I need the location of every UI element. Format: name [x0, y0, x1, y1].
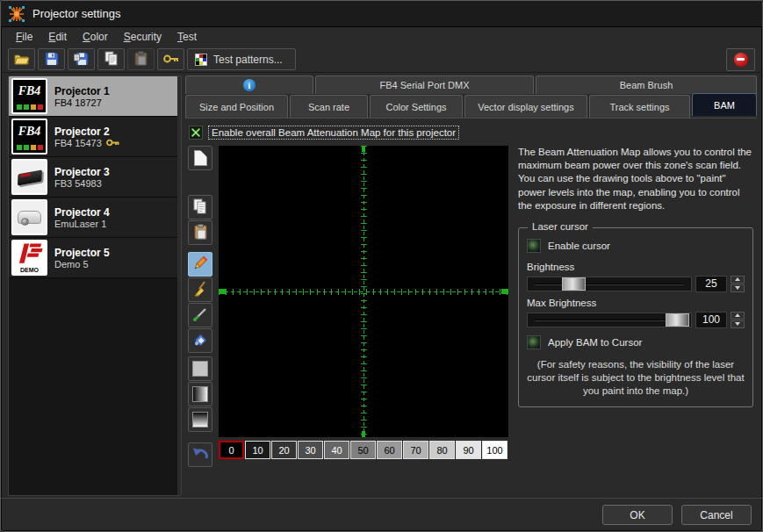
copy-toolbar-button[interactable] [97, 48, 125, 70]
save-button[interactable] [38, 48, 65, 70]
tab-vector-display-settings[interactable]: Vector display settings [464, 95, 587, 118]
solid-square-icon [192, 361, 208, 377]
menu-edit[interactable]: Edit [40, 29, 75, 45]
open-button[interactable] [8, 48, 35, 70]
max-brightness-slider[interactable] [527, 313, 692, 327]
password-button[interactable] [157, 48, 184, 70]
drawing-toolbar [187, 146, 213, 468]
main-area: FB4 Projector 1 FB4 18727 FB4 [1, 73, 762, 498]
apply-bam-to-cursor-checkbox[interactable] [527, 335, 541, 349]
palette-cell-100[interactable]: 100 [482, 441, 507, 459]
tab-bam[interactable]: BAM [692, 93, 757, 116]
tab-color-settings[interactable]: Color Settings [370, 95, 463, 118]
projector-list-item-4[interactable]: Projector 4 EmuLaser 1 [9, 198, 181, 238]
settings-tab-row: Size and Position Scan rate Color Settin… [185, 95, 757, 118]
tool-fill-button[interactable] [188, 328, 212, 353]
palette-cell-20[interactable]: 20 [271, 441, 297, 459]
tool-gradient-vertical-button[interactable] [188, 407, 212, 432]
window-title: Projector settings [32, 7, 120, 20]
new-page-icon [194, 150, 207, 166]
projector-list-item-1[interactable]: FB4 Projector 1 FB4 18727 [9, 76, 181, 117]
connection-tab-row: i FB4 Serial Port DMX Beam Brush [185, 75, 757, 94]
fb3-device-icon [11, 159, 47, 195]
tab-beam-brush[interactable]: Beam Brush [536, 75, 757, 94]
projector-device: FB3 54983 [54, 178, 110, 189]
color-picker-icon [191, 306, 209, 325]
test-pattern-icon [195, 54, 207, 66]
cancel-button[interactable]: Cancel [681, 505, 752, 525]
tool-new-button[interactable] [188, 146, 212, 170]
list-scrollbar[interactable] [177, 76, 181, 495]
title-bar[interactable]: Projector settings [1, 1, 762, 27]
projector-device: FB4 15473 [54, 138, 102, 148]
palette-cell-40[interactable]: 40 [324, 441, 349, 459]
menu-bar: File Edit Color Security Test [1, 27, 762, 47]
brightness-spin-down-button[interactable] [731, 284, 745, 292]
save-export-button[interactable] [68, 48, 95, 70]
tool-undo-button[interactable] [188, 442, 212, 467]
laser-cursor-group: Laser cursor Enable cursor Brightness [518, 227, 753, 408]
bam-map-canvas[interactable] [219, 146, 508, 437]
palette-cell-70[interactable]: 70 [403, 441, 428, 459]
save-export-icon [74, 52, 89, 68]
palette-cell-50[interactable]: 50 [350, 441, 376, 459]
tab-fb4-serial-port-dmx[interactable]: FB4 Serial Port DMX [315, 75, 534, 94]
paste-toolbar-button[interactable] [127, 48, 155, 70]
fb4-device-icon: FB4 [11, 78, 47, 114]
enable-bam-checkbox[interactable] [189, 126, 203, 140]
projector-name: Projector 1 [54, 85, 110, 97]
broom-icon [191, 280, 209, 299]
palette-cell-0[interactable]: 0 [219, 441, 244, 459]
max-brightness-spin-up-button[interactable] [731, 312, 745, 320]
tab-track-settings[interactable]: Track settings [589, 95, 690, 118]
fill-bucket-icon [191, 331, 209, 350]
brightness-slider[interactable] [527, 277, 692, 291]
tool-paste-button[interactable] [188, 220, 212, 245]
tool-copy-button[interactable] [188, 195, 212, 219]
menu-file[interactable]: File [8, 29, 40, 45]
menu-test[interactable]: Test [169, 29, 205, 45]
enable-cursor-checkbox[interactable] [527, 239, 541, 253]
max-brightness-slider-handle[interactable] [666, 313, 689, 327]
test-patterns-button[interactable]: Test patterns... [187, 48, 296, 70]
toolbar: Test patterns... [1, 47, 762, 73]
projector-name: Projector 5 [54, 247, 110, 259]
projector-device: EmuLaser 1 [54, 219, 110, 229]
palette-cell-10[interactable]: 10 [245, 441, 270, 459]
tool-pencil-button[interactable] [188, 252, 212, 277]
palette-cell-30[interactable]: 30 [298, 441, 323, 459]
paste-icon [134, 51, 148, 68]
ok-button[interactable]: OK [602, 505, 673, 525]
key-icon [163, 54, 179, 65]
brightness-slider-handle[interactable] [562, 277, 586, 291]
projector-list-item-5[interactable]: DEMO Projector 5 Demo 5 [9, 238, 181, 278]
red-minus-icon [734, 53, 748, 67]
projector-list-item-3[interactable]: Projector 3 FB3 54983 [9, 157, 181, 198]
tool-broom-button[interactable] [188, 277, 212, 302]
bam-canvas-column: 0 10 20 30 40 50 60 70 80 90 100 [219, 146, 508, 459]
projector-list-item-2[interactable]: FB4 Projector 2 FB4 15473 [9, 117, 181, 157]
tab-scan-rate[interactable]: Scan rate [290, 95, 368, 118]
max-brightness-value[interactable]: 100 [695, 312, 727, 328]
palette-cell-60[interactable]: 60 [377, 441, 402, 459]
disable-output-button[interactable] [726, 48, 755, 71]
tab-info[interactable]: i [185, 75, 313, 94]
laser-cursor-group-title: Laser cursor [528, 221, 593, 232]
tool-color-picker-button[interactable] [188, 303, 212, 327]
menu-color[interactable]: Color [75, 29, 116, 45]
settings-area: i FB4 Serial Port DMX Beam Brush Size an… [185, 75, 757, 496]
dialog-footer: OK Cancel [1, 498, 762, 531]
paste-clipboard-icon [194, 224, 207, 241]
tab-size-and-position[interactable]: Size and Position [185, 95, 288, 118]
menu-security[interactable]: Security [116, 29, 169, 45]
brightness-value[interactable]: 25 [695, 276, 727, 292]
demo-pangolin-icon: DEMO [11, 240, 47, 276]
tool-solid-fill-button[interactable] [188, 356, 212, 381]
demo-caption: DEMO [13, 267, 46, 273]
palette-cell-80[interactable]: 80 [429, 441, 455, 459]
palette-cell-90[interactable]: 90 [456, 441, 481, 459]
bam-info-panel: The Beam Attenuation Map allows you to c… [508, 146, 757, 407]
max-brightness-spin-down-button[interactable] [731, 320, 745, 328]
tool-gradient-horizontal-button[interactable] [188, 382, 212, 406]
brightness-spin-up-button[interactable] [731, 276, 745, 284]
